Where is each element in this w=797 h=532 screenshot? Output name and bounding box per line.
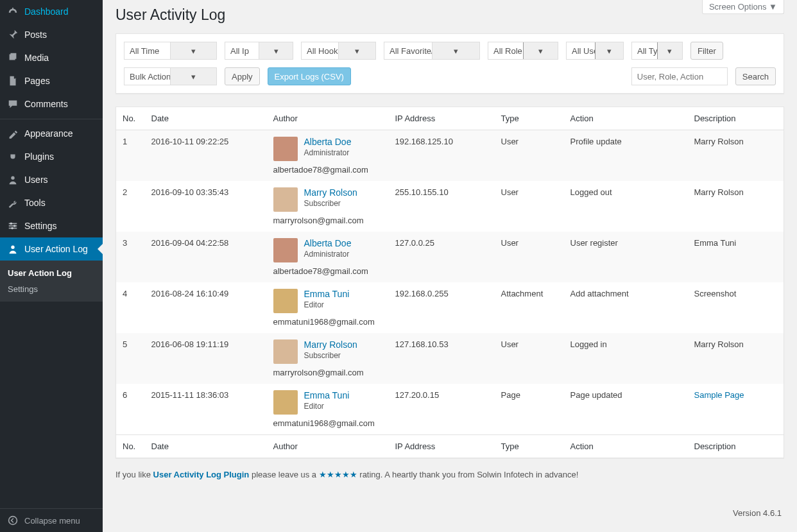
author-link[interactable]: Marry Rolson xyxy=(304,187,357,198)
author-link[interactable]: Emma Tuni xyxy=(304,289,350,299)
cell-ip: 192.168.0.255 xyxy=(389,282,495,333)
col-footer-action: Action xyxy=(564,435,688,458)
sidebar-item-label: Dashboard xyxy=(24,6,69,17)
svg-point-8 xyxy=(9,517,17,525)
sidebar-item-appearance[interactable]: Appearance xyxy=(0,122,103,145)
table-row: 52016-06-08 19:11:19Marry RolsonSubscrib… xyxy=(116,333,784,384)
filter-user[interactable]: All User▾ xyxy=(566,42,624,60)
cell-ip: 127.168.10.53 xyxy=(389,333,495,384)
cell-action: User register xyxy=(564,232,688,282)
wrench-icon xyxy=(6,196,19,209)
cell-action: Profile update xyxy=(564,130,688,182)
user-icon xyxy=(6,243,19,255)
cell-type: Attachment xyxy=(495,282,564,333)
filter-favorite[interactable]: All Favorite/Unfavorite▾ xyxy=(384,42,480,60)
filter-ip[interactable]: All Ip▾ xyxy=(225,42,293,60)
sidebar-submenu-user-action-log[interactable]: User Action Log xyxy=(0,265,103,281)
sidebar-item-posts[interactable]: Posts xyxy=(0,23,103,46)
sidebar-item-settings[interactable]: Settings xyxy=(0,214,103,237)
screen-options-toggle[interactable]: Screen Options ▼ xyxy=(702,0,784,14)
col-header-type[interactable]: Type xyxy=(495,107,564,130)
filter-role[interactable]: All Role▾ xyxy=(488,42,558,60)
sidebar-item-tools[interactable]: Tools xyxy=(0,191,103,214)
page-icon xyxy=(6,74,19,87)
col-header-no[interactable]: No. xyxy=(116,107,145,130)
sidebar-submenu-settings[interactable]: Settings xyxy=(0,281,103,297)
apply-button[interactable]: Apply xyxy=(225,67,260,85)
cell-date: 2016-08-24 16:10:49 xyxy=(145,282,267,333)
sidebar-item-label: Pages xyxy=(24,75,50,87)
sidebar-item-label: Users xyxy=(24,174,48,185)
cell-date: 2016-09-04 04:22:58 xyxy=(145,232,267,282)
avatar xyxy=(273,339,298,364)
plugin-link[interactable]: User Activity Log Plugin xyxy=(153,470,250,479)
activity-log-table: No. Date Author IP Address Type Action D… xyxy=(116,107,784,458)
dashboard-icon xyxy=(6,5,19,18)
col-header-date[interactable]: Date xyxy=(145,107,267,130)
cell-author: Alberta DoeAdministratoralbertadoe78@gma… xyxy=(267,232,389,282)
sidebar-item-user-action-log[interactable]: User Action Log xyxy=(0,237,103,261)
cell-no: 2 xyxy=(116,181,145,232)
chevron-down-icon: ▾ xyxy=(432,42,480,59)
filter-hook[interactable]: All Hook▾ xyxy=(301,42,376,60)
col-footer-desc: Description xyxy=(688,435,784,458)
col-header-author[interactable]: Author xyxy=(267,107,389,130)
author-role: Editor xyxy=(304,402,350,411)
author-link[interactable]: Alberta Doe xyxy=(304,137,352,147)
col-footer-no: No. xyxy=(116,435,145,458)
footer-note: If you like User Activity Log Plugin ple… xyxy=(103,458,797,479)
author-role: Editor xyxy=(304,300,350,309)
chevron-down-icon: ▾ xyxy=(170,68,216,85)
col-header-desc[interactable]: Description xyxy=(688,107,784,130)
export-csv-button[interactable]: Export Logs (CSV) xyxy=(268,67,351,85)
cell-author: Emma TuniEditoremmatuni1968@gmail.com xyxy=(267,384,389,435)
author-role: Subscriber xyxy=(304,199,357,208)
cell-action: Logged out xyxy=(564,181,688,232)
cell-type: User xyxy=(495,232,564,282)
search-button[interactable]: Search xyxy=(735,67,776,85)
sidebar-item-plugins[interactable]: Plugins xyxy=(0,145,103,168)
description-link[interactable]: Sample Page xyxy=(694,390,744,400)
col-footer-ip: IP Address xyxy=(389,435,495,458)
cell-type: User xyxy=(495,181,564,232)
search-input[interactable] xyxy=(631,67,728,85)
sidebar-item-users[interactable]: Users xyxy=(0,168,103,191)
chevron-down-icon: ▾ xyxy=(338,42,375,59)
cell-desc: Sample Page xyxy=(688,384,784,435)
cell-desc: Emma Tuni xyxy=(688,232,784,282)
filter-type[interactable]: All Type▾ xyxy=(631,42,683,60)
cell-no: 3 xyxy=(116,232,145,282)
sidebar-item-comments[interactable]: Comments xyxy=(0,92,103,116)
author-link[interactable]: Alberta Doe xyxy=(304,238,352,248)
cell-ip: 127.0.0.25 xyxy=(389,232,495,282)
sidebar-item-label: Tools xyxy=(24,197,46,209)
col-header-ip[interactable]: IP Address xyxy=(389,107,495,130)
filters-panel: All Time▾ All Ip▾ All Hook▾ All Favorite… xyxy=(116,33,784,94)
sidebar-item-dashboard[interactable]: Dashboard xyxy=(0,0,103,23)
collapse-menu[interactable]: Collapse menu xyxy=(0,508,103,532)
collapse-icon xyxy=(6,514,19,527)
sidebar-item-pages[interactable]: Pages xyxy=(0,69,103,92)
author-email: emmatuni1968@gmail.com xyxy=(273,317,382,327)
cell-author: Marry RolsonSubscribermarryrolson@gmail.… xyxy=(267,333,389,384)
cell-desc: Marry Rolson xyxy=(688,130,784,182)
bulk-actions-select[interactable]: Bulk Actions▾ xyxy=(124,67,217,85)
table-row: 12016-10-11 09:22:25Alberta DoeAdministr… xyxy=(116,130,784,182)
author-link[interactable]: Emma Tuni xyxy=(304,390,350,400)
sidebar-item-media[interactable]: Media xyxy=(0,46,103,69)
star-rating[interactable]: ★★★★★ xyxy=(319,470,357,479)
author-role: Subscriber xyxy=(304,351,357,360)
avatar xyxy=(273,187,298,212)
sidebar-item-label: Media xyxy=(24,52,49,64)
table-row: 62015-11-11 18:36:03Emma TuniEditoremmat… xyxy=(116,384,784,435)
filter-button[interactable]: Filter xyxy=(690,42,723,60)
author-role: Administrator xyxy=(304,148,352,157)
avatar xyxy=(273,238,298,262)
comment-icon xyxy=(6,98,19,110)
col-header-action[interactable]: Action xyxy=(564,107,688,130)
user-icon xyxy=(6,173,19,186)
author-link[interactable]: Marry Rolson xyxy=(304,339,357,350)
plug-icon xyxy=(6,150,19,163)
filter-time[interactable]: All Time▾ xyxy=(124,42,217,60)
admin-sidebar: DashboardPostsMediaPagesCommentsAppearan… xyxy=(0,0,103,532)
